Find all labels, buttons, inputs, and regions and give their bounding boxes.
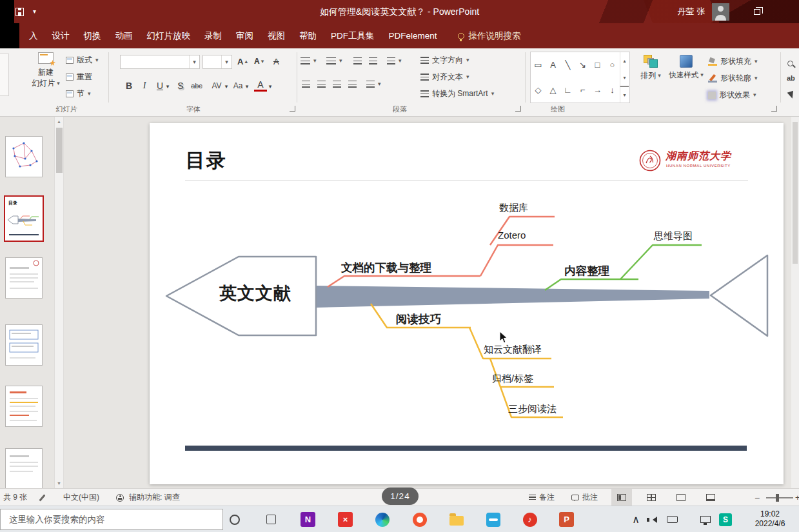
- tray-expand-button[interactable]: ∧: [629, 506, 642, 532]
- increase-indent-button[interactable]: [369, 57, 377, 64]
- shape-text-icon[interactable]: A: [546, 52, 560, 77]
- taskbar-search-input[interactable]: 这里输入你要搜索的内容: [0, 509, 223, 530]
- shape-outline-button[interactable]: 形状轮廓▾: [708, 73, 758, 84]
- columns-button[interactable]: ▾: [366, 81, 381, 88]
- shrink-font-button[interactable]: A▾: [254, 57, 264, 66]
- branch2-label[interactable]: 内容整理: [564, 263, 609, 279]
- tab-transitions[interactable]: 切换: [77, 23, 108, 48]
- fishbone-head-label[interactable]: 英文文献: [204, 282, 307, 305]
- thumbnail-scrollbar[interactable]: ▲ ▼: [54, 117, 64, 488]
- tab-review[interactable]: 审阅: [229, 23, 261, 48]
- decrease-indent-button[interactable]: [353, 57, 362, 64]
- taskbar-clock[interactable]: 19:02 2022/4/6: [743, 509, 797, 529]
- shape-triangle-icon[interactable]: △: [546, 77, 560, 102]
- chevron-down-icon[interactable]: ▾: [221, 55, 232, 68]
- text-direction-button[interactable]: 文字方向▾: [420, 55, 469, 66]
- shape-diamond-icon[interactable]: ◇: [531, 77, 546, 102]
- display-button[interactable]: [698, 506, 713, 532]
- tab-insert[interactable]: 入: [22, 23, 45, 48]
- shapes-gallery[interactable]: ▭ A ╲ ↘ □ ○ ◇ △ ∟ ⌐ → ↓ ▴ ▾ ▾: [530, 52, 630, 103]
- orange-app-button[interactable]: [411, 511, 428, 527]
- quick-access-dropdown-icon[interactable]: ▾: [33, 8, 36, 15]
- replace-button[interactable]: ab: [787, 74, 795, 82]
- teal-app-button[interactable]: [485, 511, 501, 527]
- reading-view-button[interactable]: [671, 489, 691, 506]
- quick-styles-button[interactable]: 快速样式▾: [668, 55, 704, 80]
- font-dialog-launcher[interactable]: [290, 106, 295, 112]
- shape-right-arrow-icon[interactable]: →: [590, 77, 605, 102]
- shape-arrow-icon[interactable]: ↘: [575, 52, 590, 77]
- convert-smartart-button[interactable]: 转换为 SmartArt▾: [420, 88, 494, 99]
- shape-elbow-arrow-icon[interactable]: ⌐: [575, 77, 590, 102]
- shape-oval-icon[interactable]: ○: [605, 52, 620, 77]
- red-app-button[interactable]: ×: [337, 511, 353, 527]
- branch1-sub2-label[interactable]: 数据库: [499, 202, 528, 214]
- tell-me-search[interactable]: 操作说明搜索: [451, 30, 528, 42]
- tab-pdf-tools[interactable]: PDF工具集: [324, 23, 382, 48]
- tab-view[interactable]: 视图: [261, 23, 292, 48]
- find-button[interactable]: [787, 57, 793, 69]
- font-color-button[interactable]: A: [254, 79, 267, 92]
- scroll-up-button[interactable]: ▲: [55, 117, 63, 126]
- restore-window-button[interactable]: [747, 0, 767, 23]
- comments-button[interactable]: 批注: [571, 489, 598, 506]
- tab-record[interactable]: 录制: [197, 23, 229, 48]
- new-slide-button[interactable]: 新建 幻灯片▾: [28, 52, 63, 89]
- accessibility-status[interactable]: 辅助功能: 调查: [129, 489, 180, 506]
- select-button[interactable]: [788, 90, 794, 101]
- slide-thumbnail-6[interactable]: [5, 448, 43, 488]
- slideshow-view-button[interactable]: [700, 489, 721, 506]
- onenote-button[interactable]: N: [300, 511, 316, 527]
- shapes-gallery-expand[interactable]: ▾: [620, 86, 629, 103]
- zoom-in-button[interactable]: +: [795, 489, 799, 506]
- zoom-slider-track[interactable]: [766, 497, 793, 498]
- tab-animations[interactable]: 动画: [108, 23, 140, 48]
- accessibility-icon[interactable]: [116, 489, 124, 506]
- line-spacing-button[interactable]: ▾: [387, 57, 402, 64]
- drawing-dialog-launcher[interactable]: [771, 106, 777, 112]
- font-size-combobox[interactable]: ▾: [202, 55, 232, 69]
- fish-tail-shape[interactable]: [711, 255, 767, 336]
- justify-button[interactable]: [348, 81, 357, 88]
- underline-dropdown-icon[interactable]: ▾: [164, 78, 171, 94]
- input-device-button[interactable]: [664, 506, 680, 532]
- zoom-out-button[interactable]: −: [755, 489, 760, 506]
- strikethrough-button[interactable]: abc: [188, 78, 205, 94]
- slide-thumbnail-5[interactable]: [5, 386, 43, 427]
- clear-formatting-button[interactable]: A: [273, 57, 279, 66]
- branch3-sub3-label[interactable]: 三步阅读法: [508, 403, 557, 415]
- spell-check-icon[interactable]: [41, 489, 43, 506]
- canvas-scrollbar[interactable]: [791, 117, 799, 488]
- notes-button[interactable]: 备注: [529, 489, 555, 506]
- cortana-button[interactable]: [226, 511, 242, 527]
- align-right-button[interactable]: [333, 81, 341, 88]
- numbering-button[interactable]: ▾: [328, 57, 342, 64]
- italic-button[interactable]: I: [138, 78, 151, 94]
- zoom-slider-thumb[interactable]: [776, 494, 779, 502]
- bottom-accent-bar[interactable]: [185, 446, 747, 451]
- tab-slideshow[interactable]: 幻灯片放映: [140, 23, 198, 48]
- branch2-sub1-label[interactable]: 思维导图: [654, 230, 693, 242]
- branch3-label[interactable]: 阅读技巧: [396, 311, 441, 327]
- scrollbar-thumb[interactable]: [56, 128, 63, 173]
- slide-thumbnail-2-selected[interactable]: 目录: [4, 195, 44, 242]
- powerpoint-taskbar-button[interactable]: P: [558, 511, 575, 527]
- music-app-button[interactable]: ♪: [522, 511, 538, 527]
- tab-design[interactable]: 设计: [45, 23, 77, 48]
- shape-textbox-icon[interactable]: ▭: [531, 52, 546, 77]
- shape-elbow-icon[interactable]: ∟: [560, 77, 575, 102]
- edge-button[interactable]: [374, 511, 390, 527]
- branch2-sub1-line[interactable]: [620, 245, 702, 279]
- scroll-down-button[interactable]: ▼: [55, 478, 63, 488]
- chevron-down-icon[interactable]: ▾: [189, 55, 199, 68]
- layout-button[interactable]: 版式▾: [66, 55, 99, 66]
- align-left-button[interactable]: [302, 81, 310, 88]
- align-center-button[interactable]: [317, 81, 326, 88]
- bullets-button[interactable]: ▾: [302, 57, 317, 64]
- save-icon[interactable]: [15, 8, 24, 16]
- branch1-sub1-line[interactable]: [480, 245, 553, 276]
- account-name[interactable]: 丹莹 张: [677, 0, 705, 23]
- section-button[interactable]: 节▾: [66, 88, 91, 99]
- slide-thumbnail-3[interactable]: [5, 257, 43, 299]
- ime-button[interactable]: S: [717, 506, 734, 532]
